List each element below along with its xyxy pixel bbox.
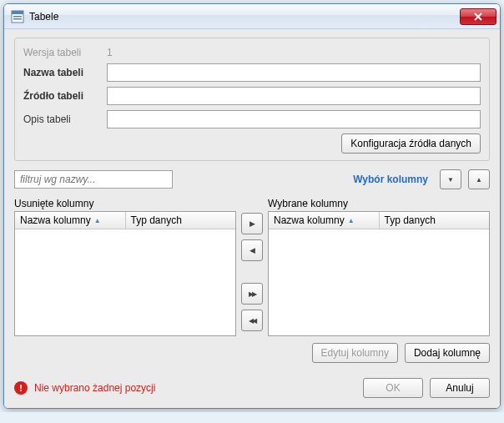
dialog-footer: ! Nie wybrano żadnej pozycji OK Anuluj bbox=[14, 378, 490, 398]
add-all-button[interactable]: ▶▶ bbox=[241, 283, 263, 305]
sort-asc-icon: ▲ bbox=[348, 217, 355, 224]
move-down-button[interactable]: ▼ bbox=[440, 169, 461, 189]
removed-columns-title: Usunięte kolumny bbox=[14, 198, 236, 209]
transfer-buttons: ▶ ◀ ▶▶ ◀◀ bbox=[241, 198, 263, 336]
left-double-icon: ◀◀ bbox=[249, 317, 255, 325]
chevron-up-icon: ▲ bbox=[476, 176, 482, 184]
column-selection-label: Wybór kolumny bbox=[353, 174, 428, 185]
selected-columns-title: Wybrane kolumny bbox=[268, 198, 490, 209]
window-title: Tabele bbox=[29, 11, 58, 23]
column-actions: Edytuj kolumny Dodaj kolumnę bbox=[14, 343, 490, 363]
close-button[interactable] bbox=[460, 8, 496, 25]
selected-col-name-header[interactable]: Nazwa kolumny ▲ bbox=[269, 212, 380, 229]
desc-input[interactable] bbox=[107, 110, 481, 128]
removed-col-type-header[interactable]: Typ danych bbox=[126, 212, 236, 229]
titlebar: Tabele bbox=[4, 4, 500, 29]
selected-col-type-header[interactable]: Typ danych bbox=[380, 212, 490, 229]
move-up-button[interactable]: ▲ bbox=[468, 169, 490, 189]
edit-columns-button[interactable]: Edytuj kolumny bbox=[312, 343, 398, 363]
dialog-window: Tabele Wersja tabeli 1 Nazwa tabeli Źród… bbox=[3, 3, 501, 409]
ok-button[interactable]: OK bbox=[363, 378, 423, 398]
removed-columns-panel: Usunięte kolumny Nazwa kolumny ▲ Typ dan… bbox=[14, 198, 236, 336]
left-single-icon: ◀ bbox=[249, 246, 255, 254]
columns-area: Usunięte kolumny Nazwa kolumny ▲ Typ dan… bbox=[14, 198, 490, 336]
filter-input[interactable] bbox=[14, 170, 173, 189]
sort-asc-icon: ▲ bbox=[94, 217, 101, 224]
name-input[interactable] bbox=[107, 63, 481, 82]
cancel-button[interactable]: Anuluj bbox=[430, 378, 490, 398]
name-label: Nazwa tabeli bbox=[23, 67, 107, 78]
svg-rect-3 bbox=[13, 18, 22, 20]
error-icon: ! bbox=[14, 381, 28, 395]
removed-columns-header: Nazwa kolumny ▲ Typ danych bbox=[15, 212, 235, 229]
filter-row: Wybór kolumny ▼ ▲ bbox=[14, 169, 490, 189]
svg-rect-2 bbox=[13, 16, 22, 18]
version-label: Wersja tabeli bbox=[23, 47, 107, 58]
close-icon bbox=[473, 13, 483, 21]
remove-one-button[interactable]: ◀ bbox=[241, 239, 263, 261]
chevron-down-icon: ▼ bbox=[447, 176, 454, 184]
add-column-button[interactable]: Dodaj kolumnę bbox=[405, 343, 490, 363]
removed-columns-grid[interactable]: Nazwa kolumny ▲ Typ danych bbox=[14, 211, 236, 336]
source-input[interactable] bbox=[107, 87, 481, 105]
right-single-icon: ▶ bbox=[249, 219, 255, 228]
desc-label: Opis tabeli bbox=[23, 113, 107, 125]
dialog-content: Wersja tabeli 1 Nazwa tabeli Źródło tabe… bbox=[4, 29, 500, 408]
selected-columns-header: Nazwa kolumny ▲ Typ danych bbox=[269, 212, 489, 229]
removed-columns-body bbox=[15, 229, 235, 335]
error-text: Nie wybrano żadnej pozycji bbox=[34, 382, 356, 394]
table-info-group: Wersja tabeli 1 Nazwa tabeli Źródło tabe… bbox=[14, 38, 490, 161]
config-source-button[interactable]: Konfiguracja źródła danych bbox=[341, 133, 481, 154]
selected-columns-panel: Wybrane kolumny Nazwa kolumny ▲ Typ dany… bbox=[268, 198, 490, 336]
app-icon bbox=[11, 10, 24, 23]
right-double-icon: ▶▶ bbox=[249, 290, 255, 298]
svg-rect-1 bbox=[12, 11, 23, 14]
selected-columns-body bbox=[269, 229, 489, 335]
removed-col-name-header[interactable]: Nazwa kolumny ▲ bbox=[15, 212, 126, 229]
source-label: Źródło tabeli bbox=[23, 90, 107, 102]
selected-columns-grid[interactable]: Nazwa kolumny ▲ Typ danych bbox=[268, 211, 490, 336]
version-value: 1 bbox=[107, 47, 113, 58]
add-one-button[interactable]: ▶ bbox=[241, 213, 263, 234]
remove-all-button[interactable]: ◀◀ bbox=[241, 310, 263, 331]
